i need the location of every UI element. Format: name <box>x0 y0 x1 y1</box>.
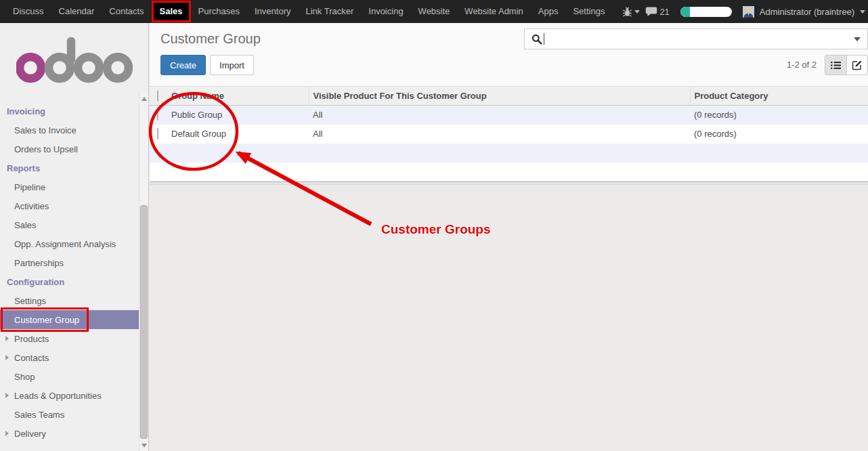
edit-icon <box>852 60 863 70</box>
cell-visible-product: All <box>309 125 690 144</box>
sidebar-item-delivery[interactable]: Delivery <box>0 424 139 443</box>
search-bar <box>524 28 868 49</box>
chat-bubble-icon <box>645 7 657 17</box>
sidebar-item-activities[interactable]: Activities <box>0 196 139 215</box>
search-dropdown-caret-icon[interactable] <box>854 37 861 41</box>
select-all-checkbox[interactable] <box>157 90 158 102</box>
cell-product-category: (0 records) <box>690 125 868 144</box>
sidebar-item-label: Contacts <box>14 353 49 363</box>
sidebar-item-orders-to-upsell[interactable]: Orders to Upsell <box>0 139 139 158</box>
messages-count-badge: 21 <box>659 7 669 17</box>
main-content: Customer Group Create Import 1-2 of 2 <box>150 23 868 451</box>
nav-item-inventory[interactable]: Inventory <box>247 0 298 23</box>
timer-progress-pill[interactable] <box>680 7 732 17</box>
expand-arrow-icon <box>5 431 9 436</box>
sidebar-item-leads-opportunities[interactable]: Leads & Opportunities <box>0 386 139 405</box>
sidebar-item-settings[interactable]: Settings <box>0 291 139 310</box>
sidebar-item-opp-assignment-analysis[interactable]: Opp. Assignment Analysis <box>0 234 139 253</box>
sidebar-item-label: Products <box>14 334 49 344</box>
debug-menu-button[interactable] <box>622 7 640 17</box>
empty-row <box>150 144 868 163</box>
nav-item-link-tracker[interactable]: Link Tracker <box>298 0 361 23</box>
top-nav-bar: Discuss Calendar Contacts Sales Purchase… <box>0 0 868 23</box>
sidebar-item-sales[interactable]: Sales <box>0 215 139 234</box>
sidebar-menu: Invoicing Sales to Invoice Orders to Ups… <box>0 102 148 443</box>
bug-icon <box>622 7 632 17</box>
cell-product-category: (0 records) <box>690 106 868 125</box>
nav-item-settings[interactable]: Settings <box>565 0 612 23</box>
cell-group-name: Default Group <box>167 125 309 144</box>
sidebar-item-label: Leads & Opportunities <box>14 391 102 401</box>
messages-button[interactable]: 21 <box>645 7 669 17</box>
expand-arrow-icon <box>5 355 9 360</box>
sidebar-item-partnerships[interactable]: Partnerships <box>0 253 139 272</box>
sidebar-scrollbar[interactable] <box>139 93 148 451</box>
magnifier-icon <box>531 34 542 45</box>
search-input[interactable] <box>548 31 854 47</box>
sidebar-section-configuration: Configuration <box>0 272 139 291</box>
sidebar-section-reports: Reports <box>0 158 139 177</box>
nav-item-calendar[interactable]: Calendar <box>51 0 102 23</box>
nav-item-website[interactable]: Website <box>411 0 458 23</box>
create-button[interactable]: Create <box>160 55 206 75</box>
import-button[interactable]: Import <box>210 55 254 75</box>
sidebar-scrollbar-thumb[interactable] <box>140 205 148 439</box>
control-panel: Customer Group Create Import 1-2 of 2 <box>150 23 868 86</box>
expand-arrow-icon <box>5 393 9 398</box>
cell-visible-product: All <box>309 106 690 125</box>
table-row[interactable]: Default Group All (0 records) <box>150 125 868 144</box>
nav-item-apps[interactable]: Apps <box>531 0 566 23</box>
column-header-visible-product[interactable]: Visible Product For This Customer Group <box>309 87 690 106</box>
nav-item-discuss[interactable]: Discuss <box>5 0 51 23</box>
chevron-down-icon <box>634 10 640 14</box>
scroll-down-arrow-icon[interactable] <box>142 444 147 448</box>
nav-item-contacts[interactable]: Contacts <box>102 0 151 23</box>
sidebar-item-pipeline[interactable]: Pipeline <box>0 177 139 196</box>
sidebar-item-sales-to-invoice[interactable]: Sales to Invoice <box>0 121 139 139</box>
cell-group-name: Public Group <box>167 106 309 125</box>
timer-progress-fill <box>680 7 690 17</box>
row-checkbox[interactable] <box>157 128 158 139</box>
row-checkbox[interactable] <box>157 109 158 121</box>
user-menu[interactable]: Administrator (braintree) <box>760 7 854 17</box>
form-view-button[interactable] <box>846 55 868 75</box>
sidebar-item-customer-group[interactable]: Customer Group <box>0 310 139 329</box>
view-switcher <box>825 55 868 75</box>
table-header-row: Group Name Visible Product For This Cust… <box>150 87 868 106</box>
sidebar: Invoicing Sales to Invoice Orders to Ups… <box>0 23 149 451</box>
nav-item-invoicing[interactable]: Invoicing <box>361 0 410 23</box>
table-row[interactable]: Public Group All (0 records) <box>150 106 868 125</box>
sidebar-section-invoicing: Invoicing <box>0 102 139 121</box>
text-cursor <box>544 33 544 45</box>
sidebar-item-products[interactable]: Products <box>0 329 139 348</box>
select-all-cell <box>150 87 167 106</box>
list-icon <box>831 61 841 70</box>
empty-row <box>150 163 868 181</box>
expand-arrow-icon <box>5 336 9 341</box>
sidebar-item-shop[interactable]: Shop <box>0 367 139 386</box>
user-avatar[interactable] <box>743 6 754 18</box>
row-select-cell <box>150 125 167 144</box>
pager-label: 1-2 of 2 <box>787 60 817 70</box>
scroll-up-arrow-icon[interactable] <box>142 97 147 101</box>
customer-group-table: Group Name Visible Product For This Cust… <box>150 86 868 181</box>
top-nav-menu: Discuss Calendar Contacts Sales Purchase… <box>0 0 612 23</box>
list-view-button[interactable] <box>825 55 846 75</box>
sidebar-item-contacts[interactable]: Contacts <box>0 348 139 367</box>
column-header-group-name[interactable]: Group Name <box>167 87 309 106</box>
action-buttons: Create Import <box>160 55 254 75</box>
user-menu-caret-icon <box>860 10 865 14</box>
nav-item-sales[interactable]: Sales <box>152 1 191 22</box>
nav-item-website-admin[interactable]: Website Admin <box>457 0 530 23</box>
column-header-product-category[interactable]: Product Category <box>690 87 868 106</box>
sidebar-item-sales-teams[interactable]: Sales Teams <box>0 405 139 424</box>
row-select-cell <box>150 106 167 125</box>
top-nav-systray: 21 Administrator (braintree) <box>622 6 868 18</box>
odoo-logo <box>0 23 148 102</box>
page-title: Customer Group <box>160 31 261 47</box>
sidebar-item-label: Delivery <box>14 429 46 439</box>
table-bottom-border <box>150 181 868 185</box>
nav-item-purchases[interactable]: Purchases <box>191 0 247 23</box>
